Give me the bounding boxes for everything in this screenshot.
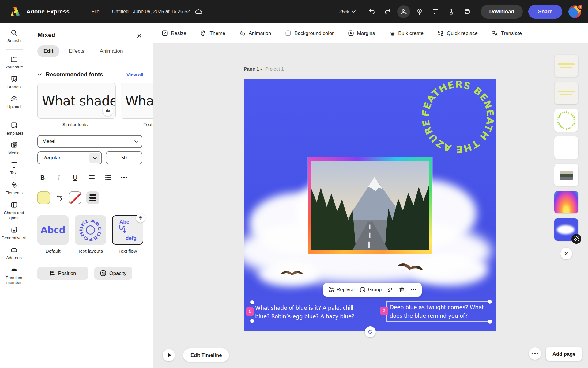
- sidebar-item-media[interactable]: Media: [1, 141, 28, 156]
- list-button[interactable]: [103, 172, 113, 183]
- sidebar-item-premium[interactable]: Premium member: [1, 266, 28, 286]
- font-card-featured[interactable]: What shade: [121, 83, 153, 119]
- text-color-swatch[interactable]: [37, 191, 50, 204]
- text-background-button[interactable]: [86, 191, 99, 204]
- bold-button[interactable]: B: [37, 172, 48, 183]
- font-size-value[interactable]: 50: [118, 152, 130, 164]
- rotate-handle[interactable]: [365, 326, 376, 337]
- font-weight-select[interactable]: Regular: [37, 151, 102, 164]
- selection-handle[interactable]: [488, 320, 492, 324]
- sidebar-item-upload[interactable]: Upload: [1, 95, 28, 110]
- text-style-default-card[interactable]: Abcd: [37, 215, 69, 245]
- invite-collaborators-button[interactable]: [397, 5, 410, 18]
- view-all-link[interactable]: View all: [126, 72, 143, 77]
- circular-text-element[interactable]: FEATHERS BENEATH THE AZURE: [420, 79, 496, 155]
- text-flow-card[interactable]: Abc defg: [112, 215, 143, 245]
- thumbnail-page[interactable]: [554, 82, 578, 104]
- add-page-button[interactable]: Add page: [546, 347, 582, 361]
- trash-icon: [399, 287, 405, 293]
- minus-icon: [110, 157, 114, 159]
- group-button[interactable]: Group: [360, 287, 382, 293]
- add-page-label: Add page: [552, 351, 575, 357]
- tab-animation[interactable]: Animation: [94, 45, 129, 57]
- tab-edit[interactable]: Edit: [37, 45, 59, 57]
- topbar: Adobe Express File Untitled - June 09, 2…: [0, 0, 588, 23]
- flask-icon: [448, 8, 455, 15]
- sidebar-item-charts-and-grids[interactable]: Charts and grids: [1, 201, 28, 221]
- sidebar-item-brands[interactable]: Brands: [1, 75, 28, 90]
- page-label: Page 1 - Project 1: [244, 66, 284, 72]
- delete-button[interactable]: [398, 285, 405, 294]
- group-label: Group: [368, 287, 382, 293]
- tip-bulb-badge[interactable]: [136, 213, 145, 223]
- text-layouts-card[interactable]: ABCDEFGHIJKL: [75, 215, 106, 245]
- sidebar-item-add-ons[interactable]: Add-ons: [1, 246, 28, 261]
- text-box-2[interactable]: Deep blue as twilight comes? What does t…: [386, 301, 490, 322]
- selection-handle[interactable]: [250, 300, 254, 304]
- framed-photo-element[interactable]: [308, 157, 432, 254]
- quick-replace-button[interactable]: Quick replace: [438, 30, 478, 36]
- sidebar-item-templates[interactable]: Templates: [1, 121, 28, 136]
- decrease-font-size-button[interactable]: [106, 152, 118, 164]
- sidebar-label: Elements: [5, 190, 22, 196]
- text-box-1[interactable]: What shade of blue is it? A pale, chill …: [252, 302, 355, 321]
- thumbnail-blank[interactable]: [554, 136, 578, 159]
- download-button[interactable]: Download: [481, 5, 523, 19]
- swap-colors-icon[interactable]: [55, 194, 64, 201]
- bird-graphic[interactable]: [280, 268, 304, 278]
- outline-color-none-swatch[interactable]: [69, 191, 81, 204]
- tab-effects[interactable]: Effects: [62, 45, 91, 57]
- increase-font-size-button[interactable]: [130, 152, 142, 164]
- comments-button[interactable]: [429, 5, 442, 18]
- translate-button[interactable]: Translate: [492, 30, 522, 36]
- font-card-similar[interactable]: What shade: [37, 83, 116, 119]
- file-menu[interactable]: File: [92, 9, 100, 14]
- selection-handle[interactable]: [250, 319, 254, 323]
- thumbnail-gradient[interactable]: [554, 191, 578, 213]
- more-format-options-button[interactable]: [119, 172, 129, 183]
- play-button[interactable]: [163, 349, 175, 361]
- page-more-options-button[interactable]: [529, 347, 541, 360]
- position-button[interactable]: Position: [37, 267, 88, 280]
- zoom-control[interactable]: 25%: [339, 9, 356, 14]
- adobe-express-logo[interactable]: [9, 7, 20, 17]
- sidebar-item-generative-ai[interactable]: Generative AI: [1, 226, 28, 241]
- resize-button[interactable]: Resize: [162, 30, 186, 36]
- project-name-label[interactable]: Project 1: [265, 66, 284, 71]
- underline-button[interactable]: U: [70, 172, 80, 183]
- background-color-button[interactable]: Background color: [285, 30, 334, 36]
- redo-button[interactable]: [381, 5, 394, 18]
- edit-timeline-button[interactable]: Edit Timeline: [183, 348, 229, 362]
- beta-labs-button[interactable]: [445, 5, 458, 18]
- sidebar-item-text[interactable]: Text: [1, 161, 28, 176]
- selection-handle[interactable]: [488, 300, 492, 304]
- bulk-create-button[interactable]: Bulk create: [389, 30, 424, 36]
- more-options-button[interactable]: [410, 285, 417, 294]
- sidebar-item-your-stuff[interactable]: Your stuff: [1, 55, 28, 70]
- document-title[interactable]: Untitled - June 09, 2025 at 16.26.52: [112, 9, 190, 14]
- thumbnail-circular-text[interactable]: FEATHERS BENEATH THE AZURE: [554, 109, 578, 132]
- thumbnail-page[interactable]: [554, 55, 578, 77]
- chevron-down-icon[interactable]: [37, 73, 42, 76]
- share-button[interactable]: Share: [528, 5, 562, 19]
- opacity-button[interactable]: Opacity: [94, 267, 132, 280]
- link-button[interactable]: [386, 285, 393, 294]
- avatar[interactable]: 1: [568, 5, 581, 18]
- alignment-button[interactable]: [86, 172, 97, 183]
- sidebar-item-search[interactable]: Search: [1, 29, 28, 44]
- align-left-icon: [88, 175, 95, 180]
- ideas-button[interactable]: [413, 5, 426, 18]
- panel-close-button[interactable]: [134, 31, 145, 41]
- theme-button[interactable]: Theme: [200, 30, 225, 36]
- thumbnail-photo[interactable]: [554, 164, 578, 186]
- replace-button[interactable]: Replace: [328, 287, 355, 293]
- thumbnail-sky[interactable]: [554, 218, 578, 241]
- print-button[interactable]: [461, 5, 474, 18]
- margins-button[interactable]: Margins: [348, 30, 375, 36]
- font-family-select[interactable]: Merel: [37, 135, 142, 148]
- italic-button[interactable]: I: [54, 172, 64, 183]
- sidebar-item-elements[interactable]: Elements: [1, 181, 28, 196]
- animation-button[interactable]: Animation: [239, 30, 271, 36]
- undo-button[interactable]: [365, 5, 378, 18]
- close-thumbnails-button[interactable]: [560, 248, 572, 259]
